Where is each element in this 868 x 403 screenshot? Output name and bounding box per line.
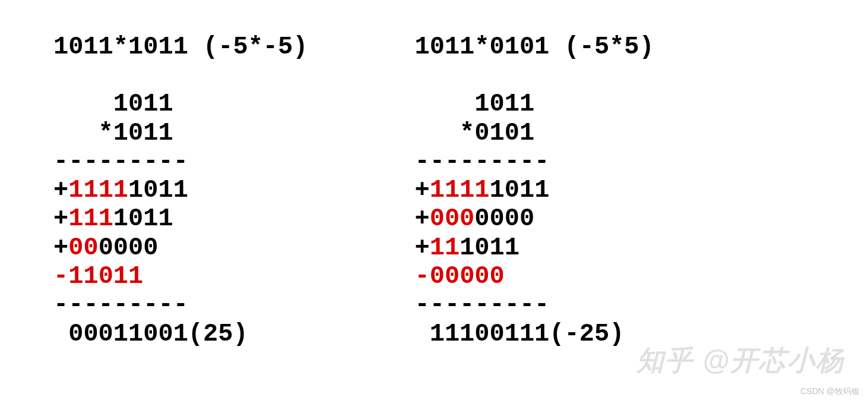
- spacer: [53, 61, 308, 90]
- right-divider-bottom: ---------: [414, 291, 654, 319]
- sign: +: [414, 234, 429, 262]
- watermark-zhihu: 知乎 @开芯小杨: [636, 342, 844, 379]
- left-divider-top: ---------: [53, 147, 308, 176]
- ext-bits: 1: [68, 262, 83, 291]
- val-bits: 1011: [460, 234, 519, 262]
- ext-bits: 1111: [68, 176, 128, 204]
- left-title: 1011*1011 (-5*-5): [53, 33, 308, 61]
- sign: -: [414, 262, 429, 291]
- val-bits: 0000: [445, 262, 505, 291]
- right-example: 1011*0101 (-5*5) 1011 *0101 --------- +1…: [414, 33, 654, 348]
- val-bits: 1011: [83, 262, 143, 291]
- left-result: 00011001(25): [53, 320, 308, 348]
- right-pp2: +0000000: [414, 204, 654, 233]
- left-multiplicand: 1011: [53, 90, 308, 118]
- right-title: 1011*0101 (-5*5): [414, 33, 654, 61]
- sign: +: [414, 176, 429, 204]
- ext-bits: 1111: [430, 176, 490, 204]
- right-result: 11100111(-25): [414, 320, 654, 348]
- right-multiplier: *0101: [414, 119, 654, 147]
- sign: +: [53, 176, 68, 204]
- val-bits: 0000: [99, 234, 159, 262]
- left-pp1: +11111011: [53, 176, 308, 204]
- right-divider-top: ---------: [414, 147, 654, 176]
- left-pp3: +000000: [53, 234, 308, 262]
- left-multiplier: *1011: [53, 119, 308, 147]
- right-pp3: +111011: [414, 234, 654, 262]
- watermark-csdn: CSDN @牧码银: [800, 386, 860, 397]
- diagram-container: 1011*1011 (-5*-5) 1011 *1011 --------- +…: [0, 0, 868, 348]
- ext-bits: 111: [68, 204, 113, 233]
- val-bits: 1011: [490, 176, 550, 204]
- ext-bits: 0: [430, 262, 445, 291]
- sign: -: [53, 262, 68, 291]
- left-pp2: +1111011: [53, 204, 308, 233]
- right-pp4: -00000: [414, 262, 654, 291]
- left-pp4: -11011: [53, 262, 308, 291]
- spacer: [414, 61, 654, 90]
- ext-bits: 000: [430, 204, 475, 233]
- right-pp1: +11111011: [414, 176, 654, 204]
- sign: +: [53, 204, 68, 233]
- right-multiplicand: 1011: [414, 90, 654, 118]
- val-bits: 0000: [474, 204, 534, 233]
- val-bits: 1011: [128, 176, 188, 204]
- ext-bits: 00: [68, 234, 98, 262]
- sign: +: [53, 234, 68, 262]
- left-example: 1011*1011 (-5*-5) 1011 *1011 --------- +…: [53, 33, 308, 348]
- left-divider-bottom: ---------: [53, 291, 308, 319]
- sign: +: [414, 204, 429, 233]
- val-bits: 1011: [113, 204, 173, 233]
- ext-bits: 11: [430, 234, 460, 262]
